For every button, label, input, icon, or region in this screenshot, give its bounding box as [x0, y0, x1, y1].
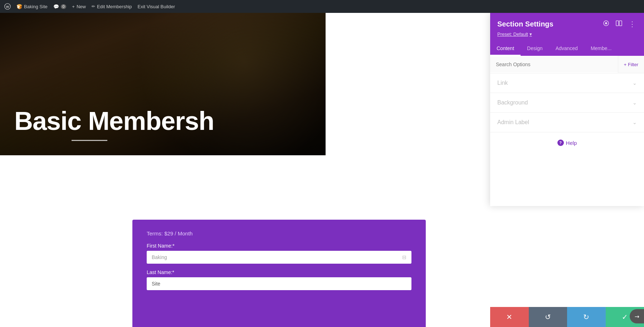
help-label: Help: [566, 140, 577, 146]
help-icon: ?: [557, 140, 564, 146]
admin-bar: W 🍞 Baking Site 💬 0 + New ✏ Edit Members…: [0, 0, 644, 13]
tab-content-label: Content: [497, 45, 514, 51]
panel-body: Link ⌄ Background ⌄ Admin Label ⌄ ? Hel: [490, 73, 644, 206]
action-bar: ✕ ↺ ↻ ✓: [490, 307, 644, 327]
plus-filter-icon: +: [624, 62, 627, 67]
svg-point-3: [605, 22, 607, 24]
search-row: + Filter: [490, 56, 644, 73]
svg-rect-4: [616, 21, 619, 26]
undo-icon: ↺: [545, 313, 551, 321]
admin-label-section-header[interactable]: Admin Label ⌄: [490, 113, 644, 132]
link-section: Link ⌄: [490, 73, 644, 93]
background-section-header[interactable]: Background ⌄: [490, 93, 644, 112]
search-input[interactable]: [490, 57, 618, 72]
filter-label: Filter: [628, 62, 638, 67]
tab-member[interactable]: Membe...: [584, 42, 618, 56]
comments-badge: 0: [61, 4, 67, 9]
site-name-label: Baking Site: [24, 4, 48, 9]
input-icon: ⊟: [402, 254, 406, 260]
pencil-icon: ✏: [92, 4, 95, 9]
settings-panel: Section Settings: [490, 13, 644, 206]
focus-mode-button[interactable]: [602, 19, 610, 29]
wp-logo-link[interactable]: W: [4, 3, 11, 10]
admin-label-section: Admin Label ⌄: [490, 113, 644, 132]
preset-label: Preset: Default: [497, 31, 528, 37]
new-label: New: [77, 4, 86, 9]
link-chevron-icon: ⌄: [633, 80, 637, 86]
tab-design[interactable]: Design: [521, 42, 549, 56]
panel-icon-group: ⋮: [602, 19, 637, 29]
columns-icon: [616, 20, 622, 26]
float-button[interactable]: ↗: [630, 309, 644, 323]
tab-design-label: Design: [527, 45, 543, 51]
site-name-link[interactable]: 🍞 Baking Site: [16, 4, 48, 9]
tab-member-label: Membe...: [591, 45, 611, 51]
svg-text:W: W: [6, 5, 9, 9]
link-label: Link: [497, 80, 508, 86]
form-terms: Terms: $29 / Month: [147, 230, 411, 236]
cancel-button[interactable]: ✕: [490, 307, 529, 327]
redo-icon: ↻: [583, 313, 589, 321]
main-area: Basic Membersh Terms: $29 / Month First …: [0, 13, 644, 327]
wp-logo-icon: W: [4, 3, 11, 10]
link-section-header[interactable]: Link ⌄: [490, 73, 644, 93]
background-section: Background ⌄: [490, 93, 644, 113]
membership-form-section: Terms: $29 / Month First Name:* Baking ⊟…: [132, 220, 426, 327]
dots-icon: ⋮: [629, 20, 636, 28]
hero-title: Basic Membersh: [14, 108, 214, 134]
filter-button[interactable]: + Filter: [618, 56, 644, 73]
help-link[interactable]: ? Help: [490, 132, 644, 153]
admin-label-label: Admin Label: [497, 119, 529, 126]
hero-underline: [72, 140, 107, 141]
site-favicon-icon: 🍞: [16, 4, 22, 9]
exit-visual-builder-label: Exit Visual Builder: [137, 4, 175, 9]
comments-link[interactable]: 💬 0: [53, 4, 67, 9]
firstname-input-wrapper[interactable]: Baking ⊟: [147, 251, 411, 264]
hero-section: Basic Membersh: [0, 13, 326, 155]
undo-button[interactable]: ↺: [529, 307, 567, 327]
tab-content[interactable]: Content: [490, 42, 521, 56]
edit-membership-label: Edit Membership: [97, 4, 132, 9]
firstname-value: Baking: [152, 254, 167, 260]
new-link[interactable]: + New: [72, 4, 86, 9]
panel-preset[interactable]: Preset: Default ▾: [497, 31, 637, 37]
lastname-input-wrapper[interactable]: Site: [147, 277, 411, 290]
panel-header: Section Settings: [490, 13, 644, 42]
exit-visual-builder-link[interactable]: Exit Visual Builder: [137, 4, 175, 9]
firstname-label: First Name:*: [147, 243, 411, 249]
lastname-value: Site: [152, 281, 160, 287]
focus-mode-icon: [603, 20, 609, 26]
more-options-button[interactable]: ⋮: [628, 20, 637, 29]
admin-label-chevron-icon: ⌄: [633, 119, 637, 125]
comment-icon: 💬: [53, 4, 59, 9]
preset-arrow-icon: ▾: [530, 31, 532, 37]
background-label: Background: [497, 99, 528, 106]
edit-membership-link[interactable]: ✏ Edit Membership: [92, 4, 132, 9]
svg-rect-5: [619, 21, 622, 26]
background-chevron-icon: ⌄: [633, 100, 637, 106]
tab-advanced[interactable]: Advanced: [549, 42, 584, 56]
cancel-icon: ✕: [506, 313, 512, 321]
plus-icon: +: [72, 4, 75, 9]
tab-advanced-label: Advanced: [556, 45, 578, 51]
panel-tabs: Content Design Advanced Membe...: [490, 42, 644, 56]
panel-title: Section Settings: [497, 20, 553, 28]
float-arrow-icon: ↗: [633, 312, 641, 321]
lastname-label: Last Name:*: [147, 269, 411, 275]
columns-view-button[interactable]: [615, 19, 623, 29]
redo-button[interactable]: ↻: [567, 307, 606, 327]
save-icon: ✓: [622, 313, 628, 321]
panel-title-row: Section Settings: [497, 19, 637, 29]
